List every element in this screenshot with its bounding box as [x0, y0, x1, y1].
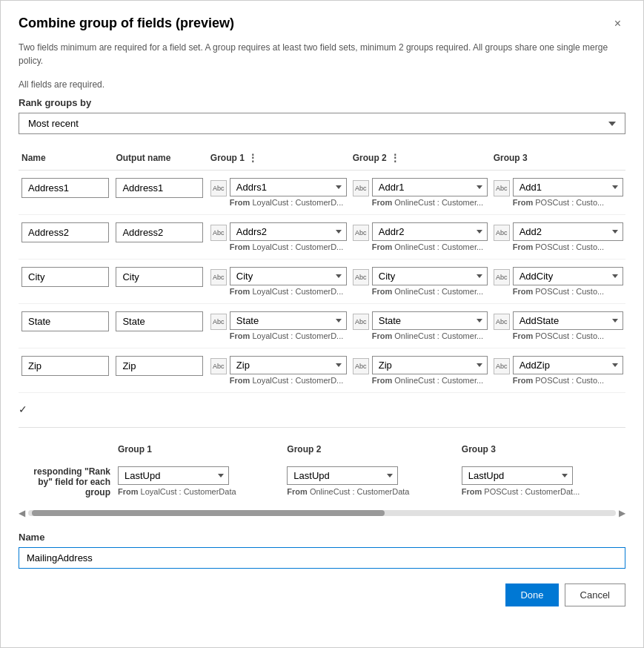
row-name-input[interactable] [21, 356, 109, 376]
rank-group1-select[interactable]: LastUpd [118, 466, 229, 485]
checkmark-area: ✓ [19, 399, 625, 420]
table-row: AbcAddrs2From LoyalCust : CustomerD...Ab… [19, 215, 625, 259]
row-group3-select[interactable]: AddState [513, 311, 623, 330]
row-group1-from: From LoyalCust : CustomerD... [230, 198, 347, 207]
rank-group2-from: From OnlineCust : CustomerData [287, 487, 448, 496]
row-group2-select[interactable]: Addr2 [372, 222, 488, 241]
abc-icon: Abc [494, 314, 510, 330]
th-output-name: Output name [113, 148, 207, 171]
row-name-input[interactable] [21, 311, 109, 331]
row-group3-from: From POSCust : Custo... [513, 242, 623, 251]
rank-section: Group 1 Group 2 Group 3 responding "Rank… [19, 427, 625, 502]
row-group1-select[interactable]: State [230, 311, 347, 330]
row-group2-select[interactable]: State [372, 311, 488, 330]
scrollbar-thumb [32, 510, 385, 516]
done-button[interactable]: Done [505, 583, 558, 606]
abc-icon: Abc [353, 358, 369, 374]
row-group1-select[interactable]: Addrs1 [230, 178, 347, 196]
checkmark-icon: ✓ [19, 403, 27, 415]
abc-icon: Abc [353, 225, 369, 241]
row-group1-from: From LoyalCust : CustomerD... [230, 242, 347, 251]
group2-menu-icon[interactable]: ⋮ [390, 152, 400, 164]
row-group2-from: From OnlineCust : Customer... [372, 242, 488, 251]
th-name: Name [19, 148, 113, 171]
abc-icon: Abc [494, 269, 510, 285]
rank-group1-header: Group 1 [118, 444, 273, 454]
abc-icon: Abc [210, 225, 227, 241]
row-group3-from: From POSCust : Custo... [513, 287, 623, 296]
row-group2-from: From OnlineCust : Customer... [372, 376, 488, 385]
row-group3-select[interactable]: AddCity [513, 267, 623, 285]
row-output-input[interactable] [116, 311, 203, 331]
scrollbar-area: ◀ ▶ [19, 502, 625, 524]
name-section-label: Name [19, 532, 625, 543]
row-group3-from: From POSCust : Custo... [513, 198, 623, 207]
abc-icon: Abc [353, 314, 369, 330]
row-group3-select[interactable]: Add1 [513, 178, 623, 196]
row-group2-select[interactable]: City [372, 267, 488, 285]
row-group3-select[interactable]: Add2 [513, 222, 623, 241]
rank-group3-select[interactable]: LastUpd [462, 466, 573, 485]
row-group2-from: From OnlineCust : Customer... [372, 198, 488, 207]
row-name-input[interactable] [21, 267, 109, 287]
row-output-input[interactable] [116, 178, 203, 198]
abc-icon: Abc [494, 358, 510, 374]
rank-group3-header: Group 3 [462, 444, 618, 454]
fields-table: Name Output name Group 1 ⋮ Group 2 ⋮ [19, 148, 625, 393]
scroll-left-icon[interactable]: ◀ [19, 508, 25, 518]
rank-groups-label: Rank groups by [19, 97, 625, 108]
rank-group3-from: From POSCust : CustomerDat... [462, 487, 618, 496]
row-group3-select[interactable]: AddZip [513, 356, 623, 374]
group1-menu-icon[interactable]: ⋮ [248, 152, 258, 164]
footer-buttons: Done Cancel [19, 583, 625, 606]
table-row: AbcStateFrom LoyalCust : CustomerD...Abc… [19, 304, 625, 348]
row-group3-from: From POSCust : Custo... [513, 331, 623, 340]
abc-icon: Abc [353, 180, 369, 196]
th-group2: Group 2 ⋮ [350, 148, 491, 171]
all-required-label: All fields are required. [19, 79, 625, 90]
abc-icon: Abc [210, 269, 227, 285]
name-section: Name [19, 532, 625, 569]
rank-group1-from: From LoyalCust : CustomerData [118, 487, 273, 496]
row-group1-from: From LoyalCust : CustomerD... [230, 287, 347, 296]
scrollbar-track[interactable] [28, 510, 616, 516]
scroll-right-icon[interactable]: ▶ [619, 508, 625, 518]
dialog-title: Combine group of fields (preview) [19, 16, 234, 31]
abc-icon: Abc [210, 314, 227, 330]
row-group1-select[interactable]: Zip [230, 356, 347, 374]
abc-icon: Abc [494, 225, 510, 241]
row-group2-from: From OnlineCust : Customer... [372, 331, 488, 340]
row-group1-select[interactable]: City [230, 267, 347, 285]
row-output-input[interactable] [116, 356, 203, 376]
close-button[interactable]: × [610, 16, 625, 32]
table-row: AbcCityFrom LoyalCust : CustomerD...AbcC… [19, 259, 625, 304]
abc-icon: Abc [494, 180, 510, 196]
fields-table-wrap: Name Output name Group 1 ⋮ Group 2 ⋮ [19, 148, 625, 393]
rank-group2-header: Group 2 [287, 444, 448, 454]
dialog-description: Two fields minimum are required for a fi… [19, 41, 625, 67]
row-group2-select[interactable]: Addr1 [372, 178, 488, 196]
table-row: AbcZipFrom LoyalCust : CustomerD...AbcZi… [19, 348, 625, 393]
rank-section-label: responding "Rank by" field for each grou… [20, 463, 116, 500]
th-group1: Group 1 ⋮ [208, 148, 350, 171]
abc-icon: Abc [353, 269, 369, 285]
name-input[interactable] [19, 547, 625, 569]
row-name-input[interactable] [21, 222, 109, 242]
rank-groups-select[interactable]: Most recent [19, 113, 625, 134]
rank-group2-select[interactable]: LastUpd [287, 466, 398, 485]
abc-icon: Abc [210, 180, 227, 196]
rank-table: Group 1 Group 2 Group 3 responding "Rank… [19, 440, 625, 502]
th-group3: Group 3 [491, 148, 625, 171]
table-row: AbcAddrs1From LoyalCust : CustomerD...Ab… [19, 171, 625, 215]
row-name-input[interactable] [21, 178, 109, 198]
row-output-input[interactable] [116, 267, 203, 287]
row-group1-from: From LoyalCust : CustomerD... [230, 331, 347, 340]
row-group2-from: From OnlineCust : Customer... [372, 287, 488, 296]
row-output-input[interactable] [116, 222, 203, 242]
row-group3-from: From POSCust : Custo... [513, 376, 623, 385]
row-group2-select[interactable]: Zip [372, 356, 488, 374]
cancel-button[interactable]: Cancel [565, 583, 625, 606]
row-group1-select[interactable]: Addrs2 [230, 222, 347, 241]
abc-icon: Abc [210, 358, 227, 374]
row-group1-from: From LoyalCust : CustomerD... [230, 376, 347, 385]
